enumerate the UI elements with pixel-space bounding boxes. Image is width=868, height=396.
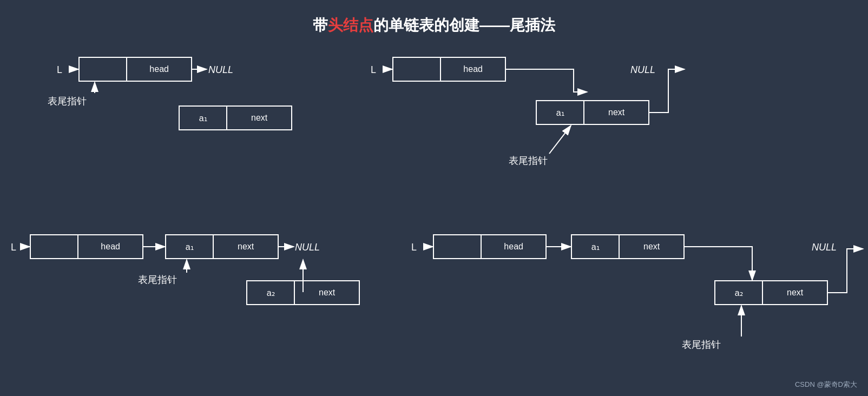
tr-head-data [393, 58, 441, 81]
bl-a1-node: a₁ next [165, 234, 279, 259]
bl-a2-node: a₂ next [246, 280, 360, 305]
br-a2-node: a₂ next [714, 280, 828, 305]
bl-head-pointer: head [78, 235, 142, 258]
canvas: 带头结点的单链表的创建——尾插法 L head NULL 表尾指针 a₁ nex… [0, 0, 868, 396]
br-null: NULL [812, 242, 837, 253]
tr-null: NULL [630, 64, 655, 76]
tl-a1-data: a₁ [180, 107, 227, 129]
title-highlight: 头结点 [328, 17, 373, 34]
bl-a2-pointer: next [295, 281, 359, 304]
tl-L-label: L [57, 64, 62, 76]
bl-L-label: L [11, 242, 16, 253]
watermark: CSDN @蒙奇D索大 [795, 380, 857, 390]
bl-head-data [31, 235, 78, 258]
tl-head-data [80, 58, 127, 81]
br-a1-pointer: next [620, 235, 683, 258]
tl-a1-pointer: next [227, 107, 291, 129]
br-a1-data: a₁ [572, 235, 620, 258]
tr-tail-label: 表尾指针 [509, 154, 548, 167]
bl-null: NULL [295, 242, 320, 253]
tr-head-node: head [392, 57, 506, 82]
br-a1-node: a₁ next [571, 234, 685, 259]
tl-new-node: a₁ next [179, 105, 292, 130]
bl-a2-data: a₂ [247, 281, 295, 304]
tr-a1-pointer: next [584, 101, 648, 124]
bl-head-node: head [30, 234, 143, 259]
title-prefix: 带 [313, 17, 328, 34]
bl-a1-pointer: next [214, 235, 278, 258]
br-head-data [434, 235, 482, 258]
tr-new-node: a₁ next [536, 100, 649, 125]
page-title: 带头结点的单链表的创建——尾插法 [313, 15, 555, 36]
tl-head-node: head [78, 57, 192, 82]
br-a2-pointer: next [763, 281, 827, 304]
br-L-label: L [411, 242, 417, 253]
tl-null: NULL [208, 64, 233, 76]
title-suffix: 的单链表的创建——尾插法 [373, 17, 555, 34]
br-tail-label: 表尾指针 [682, 338, 721, 351]
tr-a1-data: a₁ [537, 101, 584, 124]
br-a2-data: a₂ [715, 281, 763, 304]
bl-a1-data: a₁ [166, 235, 214, 258]
svg-line-6 [549, 126, 571, 154]
tl-tail-label: 表尾指针 [48, 95, 87, 108]
tl-head-pointer: head [127, 58, 191, 81]
tr-head-pointer: head [441, 58, 505, 81]
bl-tail-label: 表尾指针 [138, 273, 177, 286]
br-head-node: head [433, 234, 547, 259]
tr-L-label: L [371, 64, 376, 76]
br-head-pointer: head [482, 235, 545, 258]
